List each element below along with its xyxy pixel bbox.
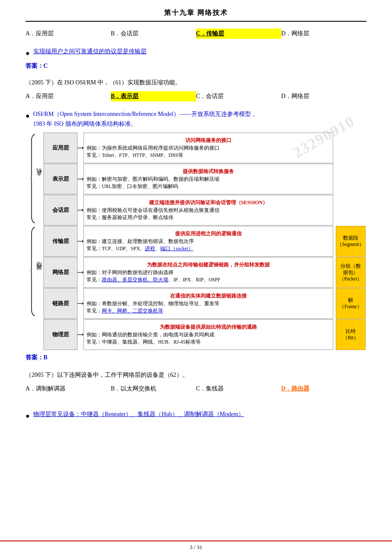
q1-options-row: A．应用层 B．会话层 C．传输层 D．网络层 [26,29,366,39]
q1-answer: 答案：C [26,62,366,70]
keyword-port: 端口（socket） [160,246,193,251]
net-label: 网络 [35,269,43,274]
desc-sess-title: 建立端连接并提供访问验证和会话管理（SESSION） [86,199,330,207]
layer-pres: 表示层 [43,164,78,194]
desc-net-title: 为数据在结点之间传输创建逻辑链路，并分组转发数据 [86,261,330,269]
q2-bullet-block: ● OSI/RM（Open System Interconnection/Ref… [26,109,366,130]
desc-sess-line2: 常见：服务器验证用户登录、断点续传 [86,214,330,222]
arrow-1 [78,133,84,163]
desc-pres-line2: 常见：URL加密、口令加密、图片编解码 [86,183,330,191]
host-label: 主机 [35,176,43,181]
q1-bullet-text: 实现端用户之间可靠通信的协议层是传输层 [33,46,147,57]
q3-options-row: A．调制解调器 B．以太网交换机 C．集线器 D．路由器 [26,384,366,394]
desc-phys-title: 为数据端设备提供原始比特流的传输的通路 [86,323,330,331]
arrow-6 [78,288,84,319]
q3-bullet-block: ● 物理层常见设备：中继器（Repeater）、集线器（Hub）、调制解调器（M… [26,409,366,422]
desc-link-line1: 例如：将数据分帧、并处理流控制、物理地址寻址、重发等 [86,300,330,308]
badge-app-empty [336,133,366,163]
arrow-5 [78,257,84,288]
q2-option-a: A．应用层 [26,91,111,101]
layer-app: 应用层 [43,133,78,163]
osi-layers-column: 应用层 表示层 会话层 传输层 网络层 链路层 物理层 [43,133,78,350]
q2-bullet-text: OSI/RM（Open System Interconnection/Refer… [33,109,257,130]
badge-link: 帧（Frame） [336,288,366,319]
q3-option-a: A．调制解调器 [26,384,111,394]
q2-bullet-text-line1: OSI/RM（Open System Interconnection/Refer… [33,111,257,117]
q2-question-block: （2005 下）在 ISO OSI/RM 中，（61）实现数据压缩功能。 A．应… [26,78,366,101]
bullet-icon-3: ● [26,410,30,422]
osi-diagram: 主机 网络 应用层 表示层 会话层 传输层 网络层 链路层 物理层 [30,133,366,350]
q2-question-text: （2005 下）在 ISO OSI/RM 中，（61）实现数据压缩功能。 [26,78,366,88]
arrow-7 [78,319,84,350]
host-brace-svg [30,133,35,225]
arrow-4 [78,226,84,257]
desc-link-title: 在通信的实体间建立数据链路连接 [86,292,330,300]
desc-sess-line1: 例如：使用校验点可使会话在通信失效时从校验点恢复通信 [86,207,330,214]
desc-sess: 建立端连接并提供访问验证和会话管理（SESSION） 例如：使用校验点可使会话在… [84,195,333,225]
keyword-process: 进程 [145,246,155,251]
arrow-2 [78,164,84,194]
desc-link: 在通信的实体间建立数据链路连接 例如：将数据分帧、并处理流控制、物理地址寻址、重… [84,288,333,319]
net-brace-svg [30,225,35,318]
layer-sess: 会话层 [43,195,78,225]
badge-pres-empty [336,164,366,194]
desc-app-line1: 例如：为操作系统或网络应用程序提供访问网络服务的接口 [86,145,330,152]
q3-option-d: D．路由器 [281,384,366,394]
q2-options-row: A．应用层 B．表示层 C．会话层 D．网络层 [26,91,366,101]
badge-net: 分组（数据包）（Packet） [336,257,366,288]
page-header: 第十九章 网络技术 [26,4,366,22]
desc-pres: 提供数据格式转换服务 例如：解密与加密、图片解码和编码、数据的压缩和解压缩 常见… [84,164,333,194]
q1-bullet-block: ● 实现端用户之间可靠通信的协议层是传输层 [26,46,366,59]
q1-option-a: A．应用层 [26,29,111,39]
q3-option-c: C．集线器 [196,384,281,394]
desc-net-line2: 常见：路由器、多层交换机、防火墙、IP、IPX、RIP、OSPF [86,276,330,284]
layer-trans: 传输层 [43,226,78,257]
desc-app: 访问网络服务的接口 例如：为操作系统或网络应用程序提供访问网络服务的接口 常见：… [84,133,333,163]
desc-link-line2: 常见：网卡、网桥、二层交换机等 [86,307,330,315]
q3-bullet-text: 物理层常见设备：中继器（Repeater）、集线器（Hub）、调制解调器（Mod… [33,409,244,419]
desc-pres-line1: 例如：解密与加密、图片解码和编码、数据的压缩和解压缩 [86,176,330,183]
desc-phys-line1: 例如：网络通信的数据传输介质，由电缆与设备共同构成 [86,331,330,339]
q3-option-b: B．以太网交换机 [111,384,196,394]
desc-phys: 为数据端设备提供原始比特流的传输的通路 例如：网络通信的数据传输介质，由电缆与设… [84,319,333,350]
q2-option-d: D．网络层 [281,91,366,101]
keyword-nic: 网卡、网桥、二层交换机等 [102,308,163,313]
q3-question-block: （2005 下）以下连网设备中，工作于网络层的设备是（62）。 A．调制解调器 … [26,370,366,394]
q2-bullet-text-line2: 1983 年 ISO 颁布的网络体系结构标准。 [33,121,137,127]
net-section: 网络 [30,225,43,318]
desc-app-line2: 常见：Telnet、FTP、HTTP、SNMP、DNS等 [86,152,330,159]
desc-app-title: 访问网络服务的接口 [86,136,330,145]
desc-phys-line2: 常见：中继器、集线器、网线、HUB、RJ-45标准等 [86,338,330,346]
q3-question-text: （2005 下）以下连网设备中，工作于网络层的设备是（62）。 [26,370,366,380]
layer-net: 网络层 [43,257,78,288]
q1-option-b: B．会话层 [111,29,196,39]
osi-badges-column: 数据段（Segment） 分组（数据包）（Packet） 帧（Frame） 比特… [336,133,366,350]
q2-option-c: C．会话层 [196,91,281,101]
desc-trans: 提供应用进程之间的逻辑通信 例如：建立连接、处理数据包错误、数据包次序 常见：T… [84,226,333,257]
desc-pres-title: 提供数据格式转换服务 [86,168,330,176]
osi-side-labels: 主机 网络 [30,133,43,350]
badge-trans: 数据段（Segment） [336,226,366,257]
arrow-3 [78,195,84,225]
desc-trans-line2: 常见：TCP、UDP、SPX、进程、端口（socket） [86,245,330,253]
osi-desc-column: 访问网络服务的接口 例如：为操作系统或网络应用程序提供访问网络服务的接口 常见：… [84,133,333,350]
q2-option-b: B．表示层 [111,91,196,101]
layer-link: 链路层 [43,288,78,319]
page-footer: 3 / 31 [0,541,392,551]
q1-option-d: D．网络层 [281,29,366,39]
keyword-router: 路由器、多层交换机、防火墙 [102,277,168,282]
desc-trans-line1: 例如：建立连接、处理数据包错误、数据包次序 [86,238,330,246]
q1-option-c: C．传输层 [196,29,281,39]
badge-sess-empty [336,195,366,225]
desc-net: 为数据在结点之间传输创建逻辑链路，并分组转发数据 例如：对子网间的数据包进行路由… [84,257,333,288]
desc-trans-title: 提供应用进程之间的逻辑通信 [86,230,330,238]
bullet-icon: ● [26,47,30,59]
osi-arrows [78,133,84,350]
desc-net-line1: 例如：对子网间的数据包进行路由选择 [86,269,330,277]
q2-answer: 答案：B [26,354,366,361]
layer-phys: 物理层 [43,319,78,350]
q1-options-block: A．应用层 B．会话层 C．传输层 D．网络层 [26,29,366,39]
badge-phys: 比特（Bit） [336,319,366,350]
bullet-icon-2: ● [26,110,30,121]
page-container: 23290910 第十九章 网络技术 A．应用层 B．会话层 C．传输层 D．网… [0,0,392,555]
